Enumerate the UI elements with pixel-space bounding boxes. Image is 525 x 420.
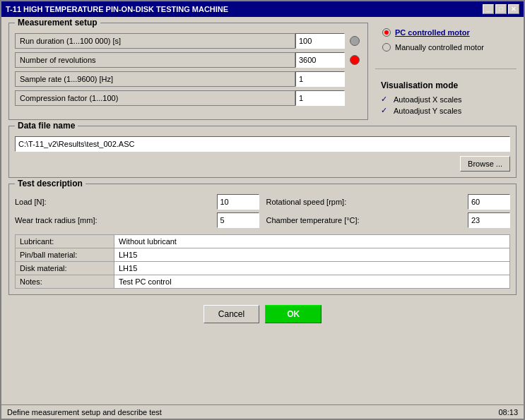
- data-file-title: Data file name: [15, 121, 78, 131]
- wear-track-input[interactable]: [217, 212, 259, 228]
- chamber-temp-field-row: Chamber temperature [°C]:: [266, 212, 511, 228]
- status-time: 08:13: [498, 408, 518, 416]
- chamber-temp-label: Chamber temperature [°C]:: [266, 216, 468, 224]
- browse-button[interactable]: Browse ...: [460, 156, 510, 172]
- table-row-disk: Disk material: LH15: [16, 262, 510, 275]
- manual-motor-radio[interactable]: [382, 43, 391, 52]
- field-row-sample-rate: Sample rate (1...9600) [Hz]: [15, 71, 362, 87]
- test-description-group: Test description Load [N]: Wear track ra…: [8, 184, 517, 295]
- autoadjust-x-check[interactable]: ✓: [381, 95, 391, 104]
- disk-value: LH15: [114, 262, 510, 275]
- data-file-input[interactable]: [15, 136, 510, 152]
- measurement-setup-title: Measurement setup: [15, 18, 100, 28]
- load-field-row: Load [N]:: [15, 194, 259, 210]
- test-desc-right-col: Rotational speed [rpm]: Chamber temperat…: [266, 194, 511, 231]
- table-row-notes: Notes: Test PC control: [16, 275, 510, 289]
- bottom-buttons: Cancel OK: [8, 301, 517, 399]
- data-file-group: Data file name Browse ...: [8, 126, 517, 178]
- title-bar-buttons: _ □ ✕: [483, 4, 519, 14]
- rot-speed-label: Rotational speed [rpm]:: [266, 198, 468, 206]
- divider: [375, 68, 517, 69]
- field-row-run-duration: Run duration (1...100 000) [s]: [15, 33, 362, 49]
- measurement-setup-group: Measurement setup Run duration (1...100 …: [8, 23, 368, 120]
- wear-track-field-row: Wear track radius [mm]:: [15, 212, 259, 228]
- disk-label: Disk material:: [16, 262, 114, 275]
- status-bar: Define measurement setup and describe te…: [1, 404, 524, 419]
- autoadjust-x-label: Autoadjust X scales: [394, 95, 462, 104]
- load-label: Load [N]:: [15, 198, 217, 206]
- notes-label: Notes:: [16, 275, 114, 289]
- wear-track-label: Wear track radius [mm]:: [15, 216, 217, 224]
- pc-motor-radio-row[interactable]: PC controlled motor: [382, 28, 509, 37]
- lubricant-label: Lubricant:: [16, 235, 114, 248]
- field-row-revolutions: Number of revolutions: [15, 52, 362, 68]
- compression-spacer: [348, 90, 362, 106]
- sample-rate-input[interactable]: [295, 71, 345, 87]
- manual-motor-radio-row[interactable]: Manually controlled motor: [382, 43, 509, 52]
- title-bar: T-11 HIGH TEMPERATURE PIN-ON-DISK TESTIN…: [1, 1, 524, 17]
- test-desc-left-col: Load [N]: Wear track radius [mm]:: [15, 194, 259, 231]
- autoadjust-y-label: Autoadjust Y scales: [394, 107, 461, 115]
- revolutions-led-circle: [350, 55, 360, 65]
- pin-label: Pin/ball material:: [16, 248, 114, 262]
- autoadjust-x-row[interactable]: ✓ Autoadjust X scales: [381, 95, 511, 104]
- test-description-title: Test description: [15, 179, 85, 188]
- maximize-button[interactable]: □: [495, 4, 507, 14]
- right-panel: PC controlled motor Manually controlled …: [375, 23, 517, 120]
- cancel-button[interactable]: Cancel: [203, 305, 259, 323]
- run-duration-input[interactable]: [295, 33, 345, 49]
- motor-section: PC controlled motor Manually controlled …: [375, 23, 517, 60]
- compression-label: Compression factor (1...100): [15, 90, 295, 106]
- table-row-lubricant: Lubricant: Without lubricant: [16, 235, 510, 248]
- minimize-button[interactable]: _: [483, 4, 494, 14]
- run-duration-led-circle: [350, 36, 360, 46]
- pin-value: LH15: [114, 248, 510, 262]
- notes-value: Test PC control: [114, 275, 510, 289]
- status-message: Define measurement setup and describe te…: [7, 408, 162, 416]
- window-title: T-11 HIGH TEMPERATURE PIN-ON-DISK TESTIN…: [6, 5, 228, 13]
- pc-motor-label: PC controlled motor: [395, 28, 470, 37]
- top-section: Measurement setup Run duration (1...100 …: [8, 23, 517, 120]
- main-content: Measurement setup Run duration (1...100 …: [1, 17, 524, 404]
- rot-speed-input[interactable]: [468, 194, 510, 210]
- load-input[interactable]: [217, 194, 259, 210]
- lubricant-value: Without lubricant: [114, 235, 510, 248]
- close-button[interactable]: ✕: [508, 4, 519, 14]
- sample-rate-label: Sample rate (1...9600) [Hz]: [15, 71, 295, 87]
- autoadjust-y-check[interactable]: ✓: [381, 106, 391, 115]
- autoadjust-y-row[interactable]: ✓ Autoadjust Y scales: [381, 106, 511, 115]
- run-duration-led: [348, 33, 362, 49]
- revolutions-label: Number of revolutions: [15, 52, 295, 68]
- desc-table: Lubricant: Without lubricant Pin/ball ma…: [15, 234, 510, 289]
- rot-speed-field-row: Rotational speed [rpm]:: [266, 194, 511, 210]
- manual-motor-label: Manually controlled motor: [395, 43, 484, 52]
- main-window: T-11 HIGH TEMPERATURE PIN-ON-DISK TESTIN…: [0, 0, 525, 420]
- table-row-pin: Pin/ball material: LH15: [16, 248, 510, 262]
- sample-rate-spacer: [348, 71, 362, 87]
- run-duration-label: Run duration (1...100 000) [s]: [15, 33, 295, 49]
- visualisation-section: Visualisation mode ✓ Autoadjust X scales…: [375, 78, 517, 120]
- ok-button[interactable]: OK: [265, 305, 322, 323]
- chamber-temp-input[interactable]: [468, 212, 510, 228]
- revolutions-input[interactable]: [295, 52, 345, 68]
- pc-motor-radio[interactable]: [382, 28, 391, 37]
- compression-input[interactable]: [295, 90, 345, 106]
- vis-title: Visualisation mode: [381, 80, 511, 90]
- revolutions-led: [348, 52, 362, 68]
- field-row-compression: Compression factor (1...100): [15, 90, 362, 106]
- test-desc-top-fields: Load [N]: Wear track radius [mm]: Rotati…: [15, 194, 510, 231]
